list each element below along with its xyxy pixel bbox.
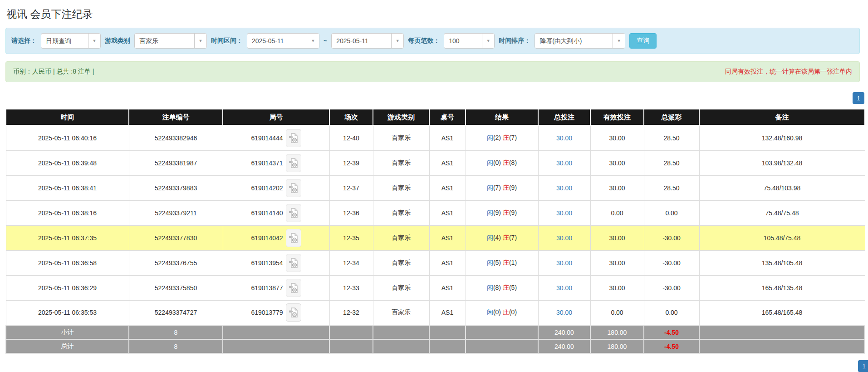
subtotal-row: 小计 8 240.00 180.00 -4.50 <box>6 325 865 339</box>
total-bet-link[interactable]: 30.00 <box>556 184 572 192</box>
col-header-result: 结果 <box>466 109 538 125</box>
total-bet-link[interactable]: 30.00 <box>556 134 572 142</box>
total-bet-link[interactable]: 30.00 <box>556 159 572 167</box>
table-row: 2025-05-11 06:38:41 522493379883 6190142… <box>6 175 865 200</box>
total-row: 总计 8 240.00 180.00 -4.50 <box>6 339 865 353</box>
total-payout: -4.50 <box>644 339 699 353</box>
subtotal-total-bet: 240.00 <box>538 325 590 339</box>
cell-bet-id: 522493375850 <box>129 275 223 300</box>
cell-game: 百家乐 <box>373 125 429 150</box>
cell-session: 12-36 <box>329 200 373 225</box>
video-replay-button[interactable] <box>286 254 301 272</box>
video-replay-icon <box>289 208 298 218</box>
page-1-button[interactable]: 1 <box>853 92 864 104</box>
cell-result: 闲(7) 庄(9) <box>466 175 538 200</box>
cell-payout: 28.50 <box>644 125 699 150</box>
time-range-label: 时间区间： <box>211 37 243 45</box>
banker-result-label: 庄 <box>503 234 509 241</box>
page-1-button-bottom[interactable]: 1 <box>858 360 868 372</box>
col-header-time: 时间 <box>6 109 129 125</box>
cell-session: 12-37 <box>329 175 373 200</box>
col-header-total-bet: 总投注 <box>538 109 590 125</box>
cell-game: 百家乐 <box>373 150 429 175</box>
cell-valid-bet: 30.00 <box>590 150 644 175</box>
cell-bet-id: 522493379211 <box>129 200 223 225</box>
cell-payout: -30.00 <box>644 225 699 250</box>
table-row: 2025-05-11 06:36:29 522493375850 6190138… <box>6 275 865 300</box>
cell-game: 百家乐 <box>373 250 429 275</box>
cell-time: 2025-05-11 06:40:16 <box>6 125 129 150</box>
player-result-value: (9) <box>493 209 501 216</box>
player-result-label: 闲 <box>487 308 493 316</box>
video-replay-button[interactable] <box>286 204 301 222</box>
query-type-select[interactable]: 日期查询 ▼ <box>41 33 101 49</box>
cell-result: 闲(5) 庄(1) <box>466 250 538 275</box>
cell-bet-id: 522493379883 <box>129 175 223 200</box>
cell-bet-id: 522493377830 <box>129 225 223 250</box>
banker-result-label: 庄 <box>503 209 509 216</box>
page-content: 视讯 会员下注纪录 请选择： 日期查询 ▼ 游戏类别 百家乐 ▼ 时间区间： 2… <box>0 0 864 372</box>
cell-result: 闲(4) 庄(7) <box>466 225 538 250</box>
cell-total-bet: 30.00 <box>538 150 590 175</box>
cell-result: 闲(8) 庄(5) <box>466 275 538 300</box>
total-bet-link[interactable]: 30.00 <box>556 309 572 316</box>
video-replay-icon <box>289 133 298 144</box>
col-header-payout: 总派彩 <box>644 109 699 125</box>
cell-valid-bet: 30.00 <box>590 125 644 150</box>
cell-round: 619013779 <box>223 300 329 325</box>
time-sort-select[interactable]: 降幂(由大到小) ▼ <box>535 33 625 49</box>
search-button[interactable]: 查询 <box>629 33 657 49</box>
cell-result: 闲(9) 庄(9) <box>466 200 538 225</box>
date-to-value: 2025-05-11 <box>332 34 391 48</box>
total-bet-link[interactable]: 30.00 <box>556 234 572 242</box>
banker-result-value: (9) <box>509 209 517 216</box>
page-size-select[interactable]: 100 ▼ <box>444 33 495 49</box>
total-bet-link[interactable]: 30.00 <box>556 259 572 267</box>
cell-time: 2025-05-11 06:36:58 <box>6 250 129 275</box>
cell-time: 2025-05-11 06:39:48 <box>6 150 129 175</box>
game-category-value: 百家乐 <box>135 34 194 48</box>
cell-remark: 105.48/75.48 <box>699 225 865 250</box>
cell-total-bet: 30.00 <box>538 175 590 200</box>
cell-table-no: AS1 <box>429 275 466 300</box>
player-result-label: 闲 <box>487 259 493 266</box>
round-number: 619014444 <box>251 134 283 142</box>
cell-bet-id: 522493381987 <box>129 150 223 175</box>
col-header-session: 场次 <box>329 109 373 125</box>
cell-valid-bet: 30.00 <box>590 250 644 275</box>
total-bet-link[interactable]: 30.00 <box>556 209 572 217</box>
player-result-value: (2) <box>493 134 501 141</box>
video-replay-button[interactable] <box>286 154 301 172</box>
game-category-select[interactable]: 百家乐 ▼ <box>134 33 207 49</box>
banker-result-label: 庄 <box>503 159 509 166</box>
total-bet-link[interactable]: 30.00 <box>556 284 572 292</box>
cell-result: 闲(2) 庄(7) <box>466 125 538 150</box>
filter-bar: 请选择： 日期查询 ▼ 游戏类别 百家乐 ▼ 时间区间： 2025-05-11 … <box>5 28 860 54</box>
cell-round: 619014042 <box>223 225 329 250</box>
video-replay-button[interactable] <box>286 129 301 147</box>
player-result-label: 闲 <box>487 134 493 141</box>
video-replay-button[interactable] <box>286 229 301 247</box>
date-from-select[interactable]: 2025-05-11 ▼ <box>247 33 319 49</box>
video-replay-icon <box>289 258 298 268</box>
video-replay-button[interactable] <box>286 179 301 197</box>
video-replay-button[interactable] <box>286 279 301 297</box>
col-header-round: 局号 <box>223 109 329 125</box>
date-to-select[interactable]: 2025-05-11 ▼ <box>331 33 404 49</box>
cell-total-bet: 30.00 <box>538 200 590 225</box>
cell-time: 2025-05-11 06:36:29 <box>6 275 129 300</box>
round-number: 619014140 <box>251 209 283 217</box>
cell-session: 12-32 <box>329 300 373 325</box>
video-replay-button[interactable] <box>286 303 301 322</box>
cell-round: 619014444 <box>223 125 329 150</box>
cell-table-no: AS1 <box>429 250 466 275</box>
cell-total-bet: 30.00 <box>538 250 590 275</box>
cell-session: 12-39 <box>329 150 373 175</box>
summary-notice: 同局有效投注，统一计算在该局第一张注单内 <box>725 68 852 76</box>
cell-remark: 103.98/132.48 <box>699 150 865 175</box>
cell-result: 闲(0) 庄(8) <box>466 150 538 175</box>
banker-result-label: 庄 <box>503 308 509 316</box>
cell-remark: 165.48/165.48 <box>699 300 865 325</box>
cell-result: 闲(0) 庄(0) <box>466 300 538 325</box>
cell-round: 619013877 <box>223 275 329 300</box>
